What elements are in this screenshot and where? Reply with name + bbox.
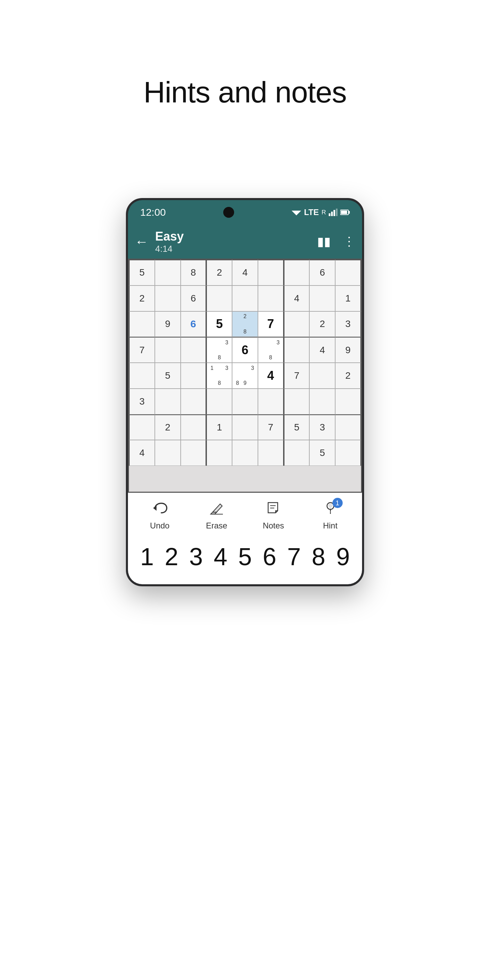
cell-4-2[interactable]: [181, 363, 207, 388]
cell-2-0[interactable]: [129, 311, 155, 337]
cell-6-2[interactable]: [181, 414, 207, 440]
cell-3-4[interactable]: 6: [232, 337, 258, 363]
cell-6-1[interactable]: 2: [155, 414, 181, 440]
cell-1-8[interactable]: 1: [335, 285, 361, 311]
cell-value-7-7: 5: [320, 447, 325, 458]
cell-0-7[interactable]: 6: [309, 259, 335, 285]
cell-1-4[interactable]: [232, 285, 258, 311]
cell-2-2[interactable]: 6: [181, 311, 207, 337]
cell-1-5[interactable]: [258, 285, 284, 311]
cell-5-7[interactable]: [309, 388, 335, 414]
cell-6-0[interactable]: [129, 414, 155, 440]
num-key-3[interactable]: 3: [186, 543, 206, 571]
cell-6-7[interactable]: 3: [309, 414, 335, 440]
cell-0-3[interactable]: 2: [206, 259, 232, 285]
cell-5-0[interactable]: 3: [129, 388, 155, 414]
cell-2-5[interactable]: 7: [258, 311, 284, 337]
hint-button[interactable]: 1 Hint: [317, 501, 344, 530]
cell-5-8[interactable]: [335, 388, 361, 414]
num-key-9[interactable]: 9: [333, 543, 353, 571]
cell-3-3[interactable]: 38: [206, 337, 232, 363]
notes-2-4: 28: [234, 313, 256, 335]
cell-3-5[interactable]: 38: [258, 337, 284, 363]
cell-7-3[interactable]: [206, 440, 232, 466]
num-key-1[interactable]: 1: [137, 543, 157, 571]
num-key-4[interactable]: 4: [210, 543, 231, 571]
erase-button[interactable]: Erase: [203, 501, 231, 530]
more-options-button[interactable]: ⋮: [343, 234, 355, 249]
cell-3-6[interactable]: [284, 337, 310, 363]
cell-6-4[interactable]: [232, 414, 258, 440]
cell-4-0[interactable]: [129, 363, 155, 388]
cell-0-6[interactable]: [284, 259, 310, 285]
cell-3-2[interactable]: [181, 337, 207, 363]
cell-7-2[interactable]: [181, 440, 207, 466]
cell-7-1[interactable]: [155, 440, 181, 466]
num-key-2[interactable]: 2: [161, 543, 182, 571]
erase-icon: [209, 501, 224, 518]
cell-4-7[interactable]: [309, 363, 335, 388]
cell-4-8[interactable]: 2: [335, 363, 361, 388]
cell-3-8[interactable]: 9: [335, 337, 361, 363]
sudoku-grid[interactable]: 5824626419652872373863849513838947232175…: [128, 259, 362, 493]
cell-5-4[interactable]: [232, 388, 258, 414]
cell-5-5[interactable]: [258, 388, 284, 414]
cell-5-1[interactable]: [155, 388, 181, 414]
cell-2-7[interactable]: 2: [309, 311, 335, 337]
cell-5-3[interactable]: [206, 388, 232, 414]
cell-2-6[interactable]: [284, 311, 310, 337]
cell-5-6[interactable]: [284, 388, 310, 414]
cell-0-4[interactable]: 4: [232, 259, 258, 285]
cell-7-5[interactable]: [258, 440, 284, 466]
cell-0-0[interactable]: 5: [129, 259, 155, 285]
cell-7-4[interactable]: [232, 440, 258, 466]
cell-7-7[interactable]: 5: [309, 440, 335, 466]
cell-1-6[interactable]: 4: [284, 285, 310, 311]
cell-4-1[interactable]: 5: [155, 363, 181, 388]
cell-2-3[interactable]: 5: [206, 311, 232, 337]
svg-rect-3: [334, 210, 335, 216]
cell-1-7[interactable]: [309, 285, 335, 311]
num-key-6[interactable]: 6: [259, 543, 280, 571]
cell-1-0[interactable]: 2: [129, 285, 155, 311]
cell-value-1-2: 6: [191, 293, 196, 304]
num-key-7[interactable]: 7: [284, 543, 304, 571]
cell-1-1[interactable]: [155, 285, 181, 311]
back-button[interactable]: ←: [135, 234, 148, 250]
cell-value-3-0: 7: [140, 345, 145, 356]
cell-2-4[interactable]: 28: [232, 311, 258, 337]
cell-3-7[interactable]: 4: [309, 337, 335, 363]
cell-0-5[interactable]: [258, 259, 284, 285]
pause-button[interactable]: ▮▮: [317, 234, 331, 249]
cell-value-2-5: 7: [267, 317, 274, 331]
cell-3-1[interactable]: [155, 337, 181, 363]
cell-2-8[interactable]: 3: [335, 311, 361, 337]
cell-7-0[interactable]: 4: [129, 440, 155, 466]
cell-1-3[interactable]: [206, 285, 232, 311]
cell-4-4[interactable]: 389: [232, 363, 258, 388]
cell-3-0[interactable]: 7: [129, 337, 155, 363]
cell-0-1[interactable]: [155, 259, 181, 285]
page-title: Hints and notes: [143, 75, 347, 110]
cell-1-2[interactable]: 6: [181, 285, 207, 311]
cell-7-8[interactable]: [335, 440, 361, 466]
cell-2-1[interactable]: 9: [155, 311, 181, 337]
cell-4-3[interactable]: 138: [206, 363, 232, 388]
cell-value-1-8: 1: [345, 293, 351, 304]
cell-4-5[interactable]: 4: [258, 363, 284, 388]
cell-0-2[interactable]: 8: [181, 259, 207, 285]
undo-button[interactable]: Undo: [146, 501, 173, 530]
cell-6-5[interactable]: 7: [258, 414, 284, 440]
cell-6-8[interactable]: [335, 414, 361, 440]
notes-button[interactable]: Notes: [260, 501, 287, 530]
cell-4-6[interactable]: 7: [284, 363, 310, 388]
cell-6-6[interactable]: 5: [284, 414, 310, 440]
cell-value-0-7: 6: [320, 267, 325, 278]
cell-6-3[interactable]: 1: [206, 414, 232, 440]
num-key-5[interactable]: 5: [235, 543, 255, 571]
notes-3-5: 38: [259, 339, 282, 361]
cell-7-6[interactable]: [284, 440, 310, 466]
cell-5-2[interactable]: [181, 388, 207, 414]
num-key-8[interactable]: 8: [308, 543, 329, 571]
cell-0-8[interactable]: [335, 259, 361, 285]
